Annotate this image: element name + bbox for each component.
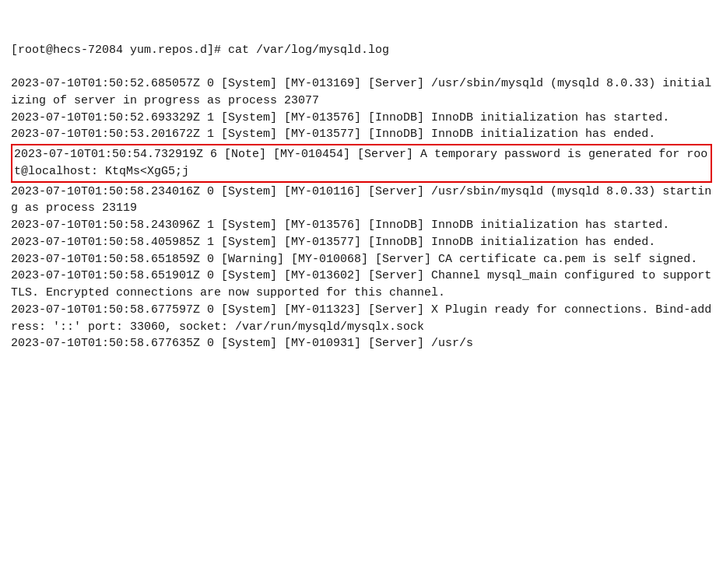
log-line-1: 2023-07-10T01:50:52.685057Z 0 [System] [… — [11, 75, 712, 110]
log-line-10: 2023-07-10T01:50:58.677597Z 0 [System] [… — [11, 302, 712, 336]
log-line-5: 2023-07-10T01:50:58.234016Z 0 [System] [… — [11, 184, 712, 218]
log-line-8: 2023-07-10T01:50:58.651859Z 0 [Warning] … — [11, 251, 712, 268]
log-line-7: 2023-07-10T01:50:58.405985Z 1 [System] [… — [11, 234, 712, 251]
log-line-11: 2023-07-10T01:50:58.677635Z 0 [System] [… — [11, 335, 712, 352]
log-line-3: 2023-07-10T01:50:53.201672Z 1 [System] [… — [11, 126, 712, 143]
log-content: 2023-07-10T01:50:52.685057Z 0 [System] [… — [11, 75, 712, 352]
prompt-line: [root@hecs-72084 yum.repos.d]# cat /var/… — [11, 42, 712, 59]
log-line-9: 2023-07-10T01:50:58.651901Z 0 [System] [… — [11, 268, 712, 302]
log-line-2: 2023-07-10T01:50:52.693329Z 1 [System] [… — [11, 110, 712, 127]
log-line-4: 2023-07-10T01:50:54.732919Z 6 [Note] [MY… — [11, 144, 712, 183]
log-line-6: 2023-07-10T01:50:58.243096Z 1 [System] [… — [11, 217, 712, 234]
terminal-output: [root@hecs-72084 yum.repos.d]# cat /var/… — [11, 8, 712, 75]
